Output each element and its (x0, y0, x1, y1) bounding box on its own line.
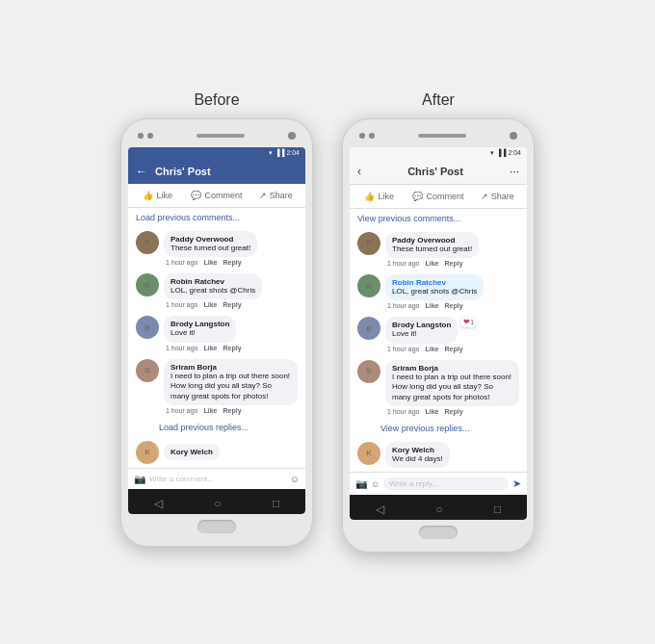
before-comment-paddy: P Paddy Overwood These turned out great!… (128, 227, 305, 270)
before-partial-bubble: Kory Welch (164, 444, 220, 460)
before-body-sriram: Sriram Borja I need to plan a trip out t… (164, 359, 298, 414)
before-back-nav[interactable]: ◁ (154, 497, 163, 510)
after-action-bar: 👍 Like 💬 Comment ↗ Share (350, 185, 527, 209)
before-share-label: Share (270, 191, 293, 200)
before-time-brody: 1 hour ago (166, 345, 197, 351)
before-dot2 (147, 133, 153, 139)
before-partial-comment: K Kory Welch (128, 437, 305, 468)
before-reply-robin[interactable]: Reply (223, 301, 242, 308)
before-avatar-sriram: S (136, 359, 159, 382)
after-bottom-bar: ◁ ○ □ (350, 495, 527, 520)
after-speaker (418, 134, 466, 138)
after-like-paddy[interactable]: Like (425, 260, 438, 267)
before-home-button[interactable] (197, 520, 236, 533)
before-bottom-bar: ◁ ○ □ (128, 489, 305, 514)
before-input-placeholder: Write a comment... (149, 475, 214, 483)
before-input-bar: 📷 Write a comment... ☺ (128, 468, 305, 489)
after-time: 2:04 (508, 149, 521, 156)
before-like-label: Like (156, 191, 172, 200)
after-recents-nav[interactable]: □ (494, 502, 501, 516)
after-emoji-icon[interactable]: ☺ (371, 479, 380, 489)
before-body-robin: Robin Ratchev LOL, great shots @Chris 1 … (164, 273, 298, 308)
before-dot1 (138, 133, 144, 139)
after-share-btn[interactable]: ↗ Share (468, 189, 527, 204)
before-reply-sriram[interactable]: Reply (223, 407, 242, 414)
after-like-btn[interactable]: 👍 Like (350, 189, 408, 204)
before-reply-brody[interactable]: Reply (223, 345, 242, 351)
after-reaction-badge: ❤ 1 (460, 317, 477, 327)
after-more-button[interactable]: ··· (510, 165, 519, 178)
after-comment-icon: 💬 (412, 192, 423, 201)
after-home-nav[interactable]: ○ (435, 502, 442, 516)
before-like-robin[interactable]: Like (203, 301, 217, 308)
before-comment-input[interactable]: Write a comment... (149, 475, 286, 483)
after-reply-robin[interactable]: Reply (445, 302, 463, 309)
before-recents-nav[interactable]: □ (273, 497, 279, 510)
after-heart-icon: ❤ (463, 318, 470, 326)
before-share-btn[interactable]: ↗ Share (247, 188, 305, 203)
after-view-replies[interactable]: View previous replies... (350, 419, 527, 438)
after-send-button[interactable]: ➤ (512, 477, 521, 490)
after-signal-icon: ▐▐ (496, 149, 506, 156)
after-share-icon: ↗ (481, 192, 488, 201)
before-partial-name: Kory Welch (170, 448, 213, 456)
before-phone: ▾ ▐▐ 2:04 ← Chris' Post 👍 Like (120, 118, 313, 547)
after-bubble-sriram: Sriram Borja I need to plan a trip out t… (385, 360, 519, 406)
before-comment-btn[interactable]: 💬 Comment (187, 188, 246, 203)
after-avatar-robin: R (357, 274, 380, 297)
before-avatar-brody: B (136, 316, 159, 339)
before-page-title: Chris' Post (155, 166, 211, 177)
before-meta-robin: 1 hour ago Like Reply (164, 301, 298, 308)
after-meta-sriram: 1 hour ago Like Reply (385, 408, 519, 415)
before-avatar-kory: K (136, 441, 159, 464)
after-like-sriram[interactable]: Like (425, 408, 438, 415)
after-like-robin[interactable]: Like (425, 302, 438, 309)
after-bubble-paddy: Paddy Overwood These turned out great! (385, 232, 479, 258)
after-view-comments[interactable]: View previous comments... (350, 209, 527, 228)
after-body-paddy: Paddy Overwood These turned out great! 1… (385, 232, 519, 267)
after-camera-icon[interactable]: 📷 (355, 478, 367, 489)
after-back-nav[interactable]: ◁ (376, 502, 384, 516)
before-comment-sriram: S Sriram Borja I need to plan a trip out… (128, 355, 305, 418)
after-name-sriram: Sriram Borja (392, 364, 512, 373)
after-dot2 (369, 133, 375, 139)
after-comment-paddy: P Paddy Overwood These turned out great!… (350, 228, 527, 270)
before-camera-icon[interactable]: 📷 (134, 474, 145, 484)
before-reply-paddy[interactable]: Reply (223, 259, 242, 266)
before-signal-icon: ▐▐ (275, 149, 284, 156)
after-like-icon: 👍 (364, 192, 375, 201)
after-back-button[interactable]: ‹ (357, 165, 361, 178)
before-status-icons: ▾ ▐▐ 2:04 (269, 149, 300, 157)
after-comment-label: Comment (426, 192, 463, 201)
before-like-sriram[interactable]: Like (203, 407, 217, 414)
after-body-robin: Robin Ratchev LOL, great shots @Chris 1 … (385, 274, 519, 309)
after-like-label: Like (378, 192, 394, 201)
after-avatar-paddy: P (357, 232, 380, 255)
before-avatar-paddy: P (136, 231, 159, 254)
after-comment-btn[interactable]: 💬 Comment (408, 189, 467, 204)
after-phone: ▾ ▐▐ 2:04 ‹ Chris' Post ··· 👍 Like (342, 118, 535, 554)
after-reply-sriram[interactable]: Reply (445, 408, 463, 415)
after-reply-paddy[interactable]: Reply (445, 260, 463, 267)
after-like-brody[interactable]: Like (425, 346, 438, 352)
before-status-bar: ▾ ▐▐ 2:04 (128, 147, 305, 159)
after-text-robin: LOL, great shots @Chris (392, 287, 477, 296)
after-reply-input[interactable]: Write a reply... (383, 477, 509, 490)
before-like-brody[interactable]: Like (203, 345, 217, 351)
before-load-comments[interactable]: Load previous comments... (128, 208, 305, 227)
before-like-icon: 👍 (143, 191, 153, 200)
before-emoji-icon[interactable]: ☺ (290, 474, 300, 484)
before-back-button[interactable]: ← (136, 165, 147, 178)
after-home-button[interactable] (419, 526, 458, 539)
before-wifi-icon: ▾ (269, 149, 273, 157)
before-column: Before ▾ ▐▐ 2:04 (120, 91, 313, 547)
before-like-btn[interactable]: 👍 Like (128, 188, 187, 203)
after-screen: ▾ ▐▐ 2:04 ‹ Chris' Post ··· 👍 Like (350, 147, 527, 521)
before-like-paddy[interactable]: Like (203, 259, 217, 266)
before-top-bar (128, 132, 305, 147)
before-home-nav[interactable]: ○ (214, 497, 221, 510)
after-column: After ▾ ▐▐ 2:04 (342, 91, 535, 554)
before-load-replies[interactable]: Load previous replies... (128, 418, 305, 437)
after-reply-brody[interactable]: Reply (445, 346, 463, 352)
before-meta-brody: 1 hour ago Like Reply (164, 345, 298, 351)
